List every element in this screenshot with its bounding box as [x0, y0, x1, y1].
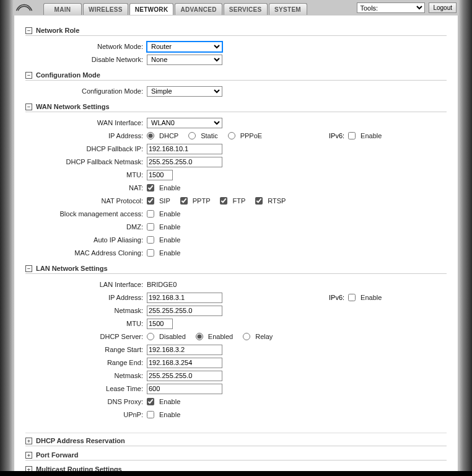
nat-rtsp-label: RTSP	[268, 197, 286, 205]
brand-logo-icon	[15, 2, 37, 14]
disable-network-label: Disable Network:	[25, 56, 147, 63]
block-mgmt-enable-label: Enable	[159, 210, 180, 218]
mac-clone-checkbox[interactable]	[147, 249, 154, 257]
ip-mode-static-label: Static	[201, 132, 218, 139]
lan-interface-value: BRIDGE0	[147, 281, 177, 288]
dhcp-enabled-radio[interactable]	[196, 333, 203, 340]
wan-ipv6-checkbox[interactable]	[348, 132, 356, 139]
ip-mode-dhcp-radio[interactable]	[147, 132, 154, 139]
dhcp-relay-radio[interactable]	[243, 333, 250, 340]
dhcp-fallback-netmask-label: DHCP Fallback Netmask:	[25, 158, 147, 165]
dhcp-fallback-netmask-input[interactable]	[147, 157, 222, 167]
dns-proxy-label: DNS Proxy:	[25, 398, 147, 405]
nat-enable-label: Enable	[159, 184, 180, 192]
block-mgmt-label: Block management access:	[25, 210, 147, 218]
dmz-label: DMZ:	[25, 223, 147, 231]
config-mode-select[interactable]: Simple	[147, 86, 222, 97]
wan-interface-select[interactable]: WLAN0	[147, 118, 222, 128]
ip-mode-static-radio[interactable]	[188, 132, 196, 139]
config-mode-label: Configuration Mode:	[25, 87, 147, 95]
disable-network-select[interactable]: None	[147, 55, 222, 65]
section-title-multicast: Multicast Routing Settings	[36, 465, 122, 471]
collapse-icon[interactable]: −	[25, 265, 32, 272]
expand-icon[interactable]: +	[25, 438, 32, 444]
lan-ip-input[interactable]	[147, 293, 222, 303]
dmz-checkbox[interactable]	[147, 223, 154, 231]
network-mode-select[interactable]: Router	[147, 42, 222, 52]
dmz-enable-label: Enable	[159, 223, 180, 231]
lan-ipv6-label: IPv6:	[329, 294, 344, 301]
dns-proxy-enable-label: Enable	[159, 398, 180, 405]
tab-wireless[interactable]: WIRELESS	[83, 3, 128, 15]
collapse-icon[interactable]: −	[25, 72, 32, 79]
lan-ipv6-checkbox[interactable]	[348, 294, 356, 301]
lease-time-label: Lease Time:	[25, 385, 147, 392]
lan-ip-label: IP Address:	[25, 294, 147, 301]
range-start-label: Range Start:	[25, 346, 147, 353]
tab-advanced[interactable]: ADVANCED	[175, 3, 222, 15]
ip-mode-dhcp-label: DHCP	[159, 132, 178, 139]
section-title-wan: WAN Network Settings	[36, 103, 110, 110]
upnp-enable-label: Enable	[159, 411, 180, 418]
main-tabs: MAIN WIRELESS NETWORK ADVANCED SERVICES …	[43, 3, 307, 15]
tab-main[interactable]: MAIN	[43, 3, 82, 15]
nat-label: NAT:	[25, 184, 147, 192]
wan-mtu-input[interactable]	[147, 170, 173, 180]
auto-ip-alias-checkbox[interactable]	[147, 236, 154, 244]
dhcp-fallback-ip-label: DHCP Fallback IP:	[25, 145, 147, 152]
section-title-lan: LAN Network Settings	[36, 265, 108, 272]
section-title-config-mode: Configuration Mode	[36, 71, 100, 79]
wan-ipv6-label: IPv6:	[329, 132, 344, 139]
nat-sip-checkbox[interactable]	[147, 197, 154, 205]
nat-pptp-label: PPTP	[193, 197, 211, 205]
tab-services[interactable]: SERVICES	[224, 3, 268, 15]
block-mgmt-checkbox[interactable]	[147, 210, 154, 218]
dhcp-enabled-label: Enabled	[208, 333, 233, 340]
lan-mtu-label: MTU:	[25, 320, 147, 327]
collapse-icon[interactable]: −	[25, 104, 32, 110]
dns-proxy-checkbox[interactable]	[147, 398, 154, 405]
dhcp-disabled-radio[interactable]	[147, 333, 154, 340]
wan-interface-label: WAN Interface:	[25, 119, 147, 126]
mac-clone-label: MAC Address Cloning:	[25, 249, 147, 257]
dhcp-fallback-ip-input[interactable]	[147, 144, 222, 154]
collapse-icon[interactable]: −	[25, 27, 32, 34]
lease-time-input[interactable]	[147, 384, 222, 394]
mac-clone-enable-label: Enable	[159, 249, 180, 257]
ip-mode-pppoe-radio[interactable]	[228, 132, 235, 139]
wan-mtu-label: MTU:	[25, 171, 147, 178]
lan-netmask2-label: Netmask:	[25, 372, 147, 379]
nat-protocol-label: NAT Protocol:	[25, 197, 147, 205]
network-mode-label: Network Mode:	[25, 43, 147, 50]
lan-mtu-input[interactable]	[147, 319, 173, 329]
nat-ftp-checkbox[interactable]	[220, 197, 227, 205]
range-end-label: Range End:	[25, 359, 147, 366]
auto-ip-alias-enable-label: Enable	[159, 236, 180, 244]
range-start-input[interactable]	[147, 345, 222, 355]
nat-pptp-checkbox[interactable]	[180, 197, 188, 205]
dhcp-server-label: DHCP Server:	[25, 333, 147, 340]
dhcp-relay-label: Relay	[255, 333, 273, 340]
expand-icon[interactable]: +	[25, 466, 32, 472]
nat-ftp-label: FTP	[232, 197, 245, 205]
auto-ip-alias-label: Auto IP Aliasing:	[25, 236, 147, 244]
ip-mode-pppoe-label: PPPoE	[240, 132, 262, 139]
upnp-label: UPnP:	[25, 411, 147, 418]
lan-netmask-label: Netmask:	[25, 307, 147, 314]
wan-ip-address-label: IP Address:	[25, 132, 147, 139]
dhcp-disabled-label: Disabled	[159, 333, 186, 340]
tab-system[interactable]: SYSTEM	[269, 3, 307, 15]
section-title-port-forward: Port Forward	[36, 451, 78, 459]
expand-icon[interactable]: +	[25, 452, 32, 459]
nat-checkbox[interactable]	[147, 184, 154, 192]
logout-button[interactable]: Logout	[429, 2, 457, 13]
tools-select[interactable]: Tools:	[357, 2, 425, 13]
wan-ipv6-enable-label: Enable	[361, 132, 382, 139]
section-title-network-role: Network Role	[36, 27, 79, 34]
upnp-checkbox[interactable]	[147, 411, 154, 418]
nat-rtsp-checkbox[interactable]	[255, 197, 263, 205]
tab-network[interactable]: NETWORK	[129, 3, 174, 15]
range-end-input[interactable]	[147, 358, 222, 368]
lan-netmask-input[interactable]	[147, 306, 222, 316]
lan-netmask2-input[interactable]	[147, 371, 222, 381]
